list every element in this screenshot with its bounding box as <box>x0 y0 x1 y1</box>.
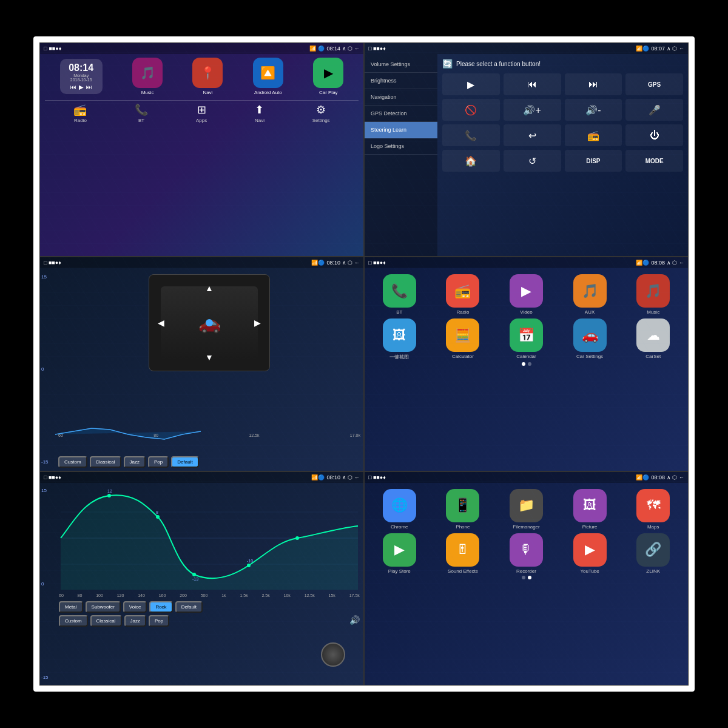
eq-presets-row2: Custom Classical Jazz Pop 🔊 <box>59 615 360 627</box>
eq-default-2[interactable]: Default <box>175 601 203 613</box>
eq-classical-2[interactable]: Classical <box>90 615 122 627</box>
panel-home-screen: □ ■■●♦ 📶 🔵 08:14 ∧ ⬡ ← 08:14 Monday 2018 <box>39 42 364 257</box>
preset-row: Custom Classical Jazz Pop Default <box>58 456 360 468</box>
eq-pop-2[interactable]: Pop <box>149 615 169 627</box>
eq-custom-2[interactable]: Custom <box>59 615 88 627</box>
eq-voice[interactable]: Voice <box>123 601 147 613</box>
left-arrow[interactable]: ◀ <box>158 318 164 328</box>
panel-app-grid-2: □ ■■●♦ 📶🔵 08:08 ∧ ⬡ ← 🌐 Chrome 📱 <box>364 471 689 686</box>
speaker-icon: 🔊 <box>349 615 360 627</box>
preset-default[interactable]: Default <box>171 456 198 468</box>
svg-text:-13: -13 <box>192 577 198 581</box>
panel-steering-learn: □ ■■●♦ 📶🔵 08:07 ∧ ⬡ ← Volume Settings Br… <box>364 42 689 257</box>
svg-text:-10: -10 <box>247 559 253 563</box>
eq-presets-row1: Metal Subwoofer Voice Rock Default <box>59 601 360 613</box>
eq-subwoofer[interactable]: Subwoofer <box>86 601 121 613</box>
preset-classical[interactable]: Classical <box>90 456 121 468</box>
center-dot <box>206 319 213 326</box>
eq-wave-full: 12 8 -13 -10 <box>59 487 360 590</box>
preset-custom[interactable]: Custom <box>58 456 87 468</box>
main-frame: □ ■■●♦ 📶 🔵 08:14 ∧ ⬡ ← 08:14 Monday 2018 <box>33 36 695 692</box>
svg-text:8: 8 <box>156 510 158 514</box>
panel-equalizer-full: □ ■■●♦ 📶🔵 08:10 ∧ ⬡ ← 15 0 -15 <box>39 471 364 686</box>
preset-jazz[interactable]: Jazz <box>124 456 146 468</box>
right-arrow[interactable]: ▶ <box>254 318 261 328</box>
preset-pop[interactable]: Pop <box>148 456 169 468</box>
eq-jazz-2[interactable]: Jazz <box>124 615 146 627</box>
car-interior-view: 🚗 ▲ ▼ ◀ ▶ <box>149 274 270 371</box>
down-arrow[interactable]: ▼ <box>205 352 214 362</box>
up-arrow[interactable]: ▲ <box>205 283 214 293</box>
panel-equalizer-simple: □ ■■●♦ 📶🔵 08:10 ∧ ⬡ ← 15 0 -15 <box>39 257 364 471</box>
volume-knob[interactable] <box>321 642 345 667</box>
panel-app-grid-1: □ ■■●♦ 📶🔵 08:08 ∧ ⬡ ← 📞 BT 📻 Radi <box>364 257 689 471</box>
svg-text:12: 12 <box>107 489 112 493</box>
eq-metal[interactable]: Metal <box>59 601 83 613</box>
eq-rock[interactable]: Rock <box>149 601 172 613</box>
screenshot-grid: □ ■■●♦ 📶 🔵 08:14 ∧ ⬡ ← 08:14 Monday 2018 <box>39 42 689 686</box>
